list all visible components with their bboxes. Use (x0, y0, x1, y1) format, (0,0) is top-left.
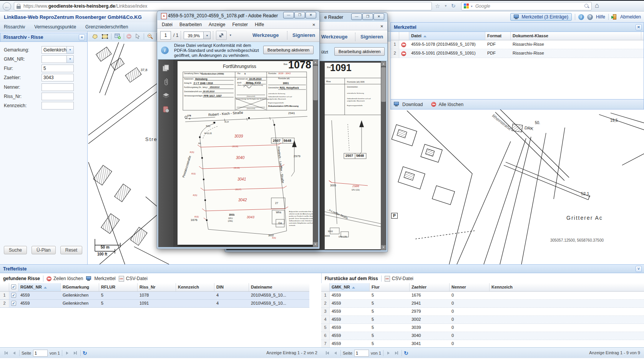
merkzettel-row[interactable]: 2 4559-5-1091 (2010\4559_5_1091) PDF Ris… (391, 49, 644, 58)
flurstueck-row[interactable]: 44559530020 (321, 316, 644, 324)
werkzeuge-button[interactable]: Werkzeuge (321, 34, 347, 40)
zaehler-input[interactable] (41, 74, 74, 81)
select-all-checkbox[interactable]: ✓ (11, 284, 16, 289)
column-header-rflur[interactable]: RFLUR (99, 283, 138, 291)
column-header-riss-nr[interactable]: Riss_Nr (138, 283, 176, 291)
close-document-icon[interactable]: ✕ (380, 24, 383, 28)
column-header-kennzeich[interactable]: Kennzeich (176, 283, 214, 291)
menu-item-rissarchiv[interactable]: Rissarchiv (4, 24, 25, 30)
export-table-icon[interactable] (114, 33, 121, 40)
pages-panel-icon[interactable] (161, 63, 171, 73)
scroll-thumb[interactable] (381, 67, 386, 102)
polygon-select-icon[interactable] (91, 33, 99, 40)
window-titlebar[interactable]: A 4559-5-1078_2010-4559_5_1078.pdf - Ado… (157, 11, 319, 20)
fit-width-button[interactable] (216, 31, 227, 40)
column-header-zaehler[interactable]: Zaehler (410, 283, 450, 291)
menu-anzeige[interactable]: Anzeige (209, 22, 225, 27)
remove-selection-icon[interactable] (126, 34, 131, 39)
scroll-down-icon[interactable]: ▼ (381, 245, 386, 250)
minimize-button[interactable]: — (283, 12, 294, 18)
abmelden-link[interactable]: Abmelden (620, 14, 641, 20)
pdf-window-1078[interactable]: A 4559-5-1078_2010-4559_5_1078.pdf - Ado… (157, 11, 320, 249)
refresh-icon[interactable]: ↻ (83, 350, 87, 356)
reload-icon[interactable]: ↻ (451, 3, 456, 9)
column-header-nenner[interactable]: Nenner (450, 283, 490, 291)
search-engine-icon[interactable] (464, 3, 469, 9)
refresh-icon[interactable]: ↻ (404, 350, 408, 356)
first-page-icon[interactable] (324, 350, 330, 356)
zoom-out-icon[interactable] (146, 33, 154, 40)
signieren-button[interactable]: Signieren (360, 34, 383, 40)
scrollbar[interactable]: ▲ ▼ (381, 61, 386, 250)
last-page-icon[interactable] (393, 350, 400, 356)
csv-export-button[interactable]: csvCSV-Datei (385, 276, 413, 282)
bookmark-star-icon[interactable]: ☆ (435, 3, 440, 10)
row-checkbox[interactable]: ✓ (11, 293, 16, 298)
prev-page-icon[interactable] (11, 350, 17, 356)
menu-bearbeiten[interactable]: Bearbeiten (179, 22, 202, 27)
collapse-panel-icon[interactable]: ˅ (636, 266, 642, 272)
alle-loeschen-button[interactable]: Alle löschen (438, 102, 463, 107)
pdf-page[interactable]: FortführungsrissBlatt1078Gemarkung (Name… (178, 61, 314, 245)
riss-nr-input[interactable] (41, 93, 74, 100)
bearbeitung-aktivieren-button[interactable]: Bearbeitung aktivieren (334, 47, 385, 56)
flurstueck-row[interactable]: 54559530390 (321, 324, 644, 332)
remove-entry-icon[interactable] (401, 42, 406, 47)
close-button[interactable]: ✕ (305, 12, 316, 18)
info-icon[interactable]: i (578, 14, 584, 20)
column-header-dokument-klasse[interactable]: Dokument-Klasse (511, 32, 641, 40)
gemarkung-select[interactable]: Geilenkirch ▼ (41, 46, 74, 54)
prev-page-icon[interactable] (332, 350, 339, 356)
back-button[interactable]: ← (3, 2, 11, 11)
scroll-down-icon[interactable]: ▼ (313, 242, 318, 247)
zoom-combo[interactable]: 39,9% ▼ (184, 32, 211, 39)
menu-datei[interactable]: Datei (162, 22, 173, 27)
zeilen-loeschen-button[interactable]: Zeilen löschen (46, 276, 83, 281)
menu-hilfe[interactable]: Hilfe (255, 22, 264, 27)
result-row[interactable]: 1 ✓ 4559 Geilenkirchen 5 1078 4 2010\455… (0, 292, 309, 300)
document-area[interactable]: i (158, 60, 318, 247)
merkzettel-button[interactable]: Merkzettel (3 Einträge) (510, 13, 572, 21)
column-header-kennzeich[interactable]: Kennzeich (490, 283, 642, 291)
scrollbar[interactable]: ▲ ▼ (313, 60, 318, 247)
flurstueck-row[interactable]: 34559529790 (321, 308, 644, 316)
url-bar[interactable]: https://www.geodienste-kreis-heinsberg.d… (14, 2, 432, 10)
merkzettel-row[interactable]: 1 4559-5-1078 (2010\4559_5_1078) PDF Ris… (391, 40, 644, 49)
chevron-down-icon[interactable]: ▼ (66, 46, 73, 53)
help-icon[interactable]: ? (587, 14, 593, 20)
page-input[interactable] (354, 350, 369, 357)
restore-button[interactable]: ❐ (294, 12, 305, 18)
result-row[interactable]: 2 ✓ 4559 Geilenkirchen 5 1091 4 2010\455… (0, 300, 309, 308)
search-input[interactable]: ▼ Google (461, 2, 592, 10)
last-page-icon[interactable] (72, 350, 78, 356)
chevron-down-icon[interactable]: ▼ (204, 32, 211, 39)
collapse-panel-icon[interactable]: « (79, 34, 85, 40)
rectangle-select-icon[interactable] (101, 33, 109, 40)
menu-fenster[interactable]: Fenster (232, 22, 248, 27)
menu-item-grenzniederschriften[interactable]: Grenzniederschriften (85, 24, 128, 30)
home-icon[interactable]: ⌂ (595, 2, 599, 10)
flurstueck-row[interactable]: 64559530400 (321, 332, 644, 340)
column-header-gmk-nr[interactable]: GMK_NR (330, 283, 370, 291)
flurstueck-row[interactable]: 74559530410 (321, 340, 644, 348)
next-page-icon[interactable] (385, 350, 392, 356)
signieren-button[interactable]: Signieren (292, 32, 315, 38)
pointer-icon[interactable] (134, 33, 141, 40)
column-header-din[interactable]: DIN (214, 283, 249, 291)
flurstueck-row[interactable]: 14559516760 (321, 292, 644, 300)
bearbeitung-aktivieren-button[interactable]: Bearbeitung aktivieren (263, 46, 314, 54)
close-button[interactable]: ✕ (373, 13, 384, 20)
gmk-nr-select[interactable]: ▼ (41, 55, 74, 63)
column-header-dateiname[interactable]: Dateiname (249, 283, 309, 291)
column-header-flur[interactable]: Flur (370, 283, 410, 291)
minimize-button[interactable]: — (351, 13, 362, 20)
scroll-up-icon[interactable]: ▲ (381, 61, 386, 66)
page-input[interactable] (33, 350, 48, 357)
row-checkbox[interactable]: ✓ (11, 301, 16, 306)
column-header-format[interactable]: Format (485, 32, 511, 40)
restore-button[interactable]: ❐ (362, 13, 373, 20)
csv-export-button[interactable]: csvCSV-Datei (119, 276, 148, 282)
hilfe-link[interactable]: Hilfe (596, 14, 605, 20)
document-properties-icon[interactable]: i (161, 104, 171, 115)
column-header-rgmk-nr[interactable]: RGMK_NR (18, 283, 61, 291)
